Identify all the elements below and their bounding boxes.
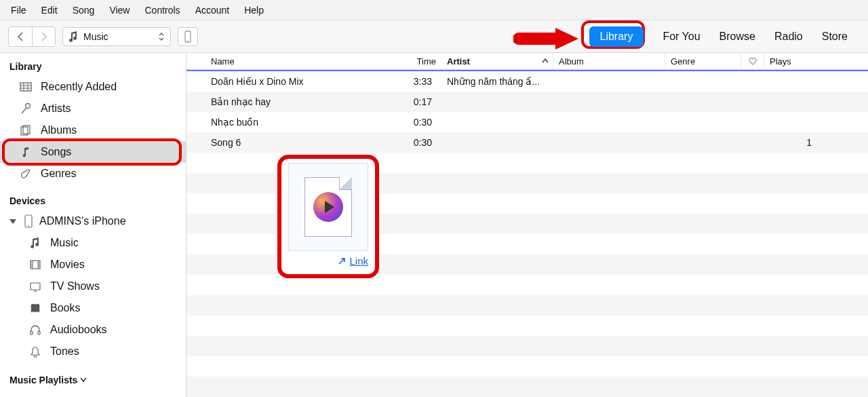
cell-time: 0:30 [394,137,441,148]
devices-header: Devices [0,191,186,210]
table-row [186,377,868,397]
albums-icon [19,124,33,136]
link-label: Link [349,255,368,267]
sidebar-item-label: Recently Added [41,81,117,93]
table-row [186,356,868,377]
menubar: File Edit Song View Controls Account Hel… [0,0,868,20]
sidebar-item-device[interactable]: ADMINS's iPhone [0,210,186,232]
cell-time: 0:30 [394,117,441,128]
sidebar-item-label: Artists [41,102,71,115]
sidebar-item-genres[interactable]: Genres [0,163,186,185]
sidebar-item-label: Genres [41,168,76,180]
table-row[interactable]: Song 60:301 [186,132,868,153]
svg-point-3 [26,104,31,109]
film-icon [28,259,42,271]
svg-point-1 [187,40,189,41]
menu-edit[interactable]: Edit [35,2,64,18]
sidebar-item-device-movies[interactable]: Movies [0,254,186,276]
drag-thumbnail[interactable]: Link [277,155,379,278]
chevron-down-icon [9,219,16,224]
sidebar-item-label: Tones [50,345,79,358]
tab-for-you[interactable]: For You [663,31,700,43]
sidebar-item-label: TV Shows [50,280,100,292]
sidebar-item-label: Movies [50,259,85,271]
media-type-selector[interactable]: Music [62,27,171,46]
menu-account[interactable]: Account [189,2,237,18]
device-button[interactable] [178,27,198,46]
col-artist[interactable]: Artist [441,53,553,69]
table-row [186,316,868,336]
book-icon [28,302,42,314]
nav-buttons [8,26,56,47]
sidebar: Library Recently Added Artists Albums So… [0,53,186,397]
svg-rect-9 [31,283,40,290]
grid-icon [19,81,33,93]
col-time[interactable]: Time [394,53,441,69]
sidebar-item-device-music[interactable]: Music [0,232,186,254]
cell-name: Bản nhạc hay [186,96,394,107]
play-orb-icon [313,192,343,222]
column-headers: Name Time Artist Album Genre Plays [186,53,868,70]
music-note-icon [68,31,78,42]
sidebar-item-artists[interactable]: Artists [0,98,186,119]
media-file-preview [288,163,368,251]
headphones-icon [28,324,42,336]
col-plays[interactable]: Plays [764,53,825,69]
menu-view[interactable]: View [102,2,136,18]
svg-point-7 [28,225,29,227]
tab-library[interactable]: Library [589,26,644,47]
sidebar-item-label: Books [50,302,80,314]
col-genre[interactable]: Genre [665,53,741,69]
sidebar-item-label: Music [50,237,79,249]
table-row [186,336,868,356]
table-row[interactable]: Nhạc buồn0:30 [186,112,868,132]
col-name[interactable]: Name [186,53,394,69]
table-row[interactable]: Doãn Hiếu x Dino Mix3:33Những năm tháng … [186,71,868,92]
sort-up-icon [542,58,549,64]
guitar-icon [19,168,33,180]
sidebar-item-device-books[interactable]: Books [0,297,186,319]
arrow-annotation [513,25,581,52]
file-page-icon [304,177,352,237]
link-badge: Link [337,255,371,267]
sidebar-item-device-tones[interactable]: Tones [0,341,186,362]
heart-icon [748,57,757,65]
col-artist-label: Artist [447,56,470,67]
back-button[interactable] [9,27,32,46]
tab-browse[interactable]: Browse [719,31,755,43]
playlists-header-label: Music Playlists [9,375,77,385]
top-tabs: Library For You Browse Radio Store [589,26,860,47]
media-type-label: Music [83,31,108,42]
sidebar-item-albums[interactable]: Albums [0,119,186,141]
svg-rect-2 [20,83,31,91]
forward-button[interactable] [32,27,55,46]
tab-store[interactable]: Store [822,31,848,43]
sidebar-item-songs[interactable]: Songs [0,141,186,163]
cell-time: 3:33 [394,76,441,87]
menu-file[interactable]: File [4,2,33,18]
sidebar-item-recently-added[interactable]: Recently Added [0,76,186,98]
menu-help[interactable]: Help [237,2,271,18]
phone-icon [184,31,191,43]
tv-icon [28,280,42,292]
library-header: Library [0,57,186,76]
sidebar-item-label: Albums [41,124,77,136]
col-album[interactable]: Album [553,53,665,69]
shortcut-arrow-icon [337,257,347,266]
tab-radio[interactable]: Radio [774,31,803,43]
sidebar-item-device-tvshows[interactable]: TV Shows [0,276,186,297]
music-playlists-header[interactable]: Music Playlists [0,371,186,390]
sidebar-item-device-audiobooks[interactable]: Audiobooks [0,319,186,341]
phone-icon [22,214,35,228]
col-love[interactable] [741,53,764,69]
musicnote-icon [28,237,42,249]
table-row[interactable]: Bản nhạc hay0:17 [186,92,868,112]
table-row [186,295,868,316]
cell-name: Nhạc buồn [186,117,394,128]
menu-song[interactable]: Song [66,2,102,18]
device-name: ADMINS's iPhone [39,215,126,227]
microphone-icon [19,102,33,115]
cell-time: 0:17 [394,96,441,107]
cell-artist: Những năm tháng ấ... [441,76,553,87]
menu-controls[interactable]: Controls [138,2,186,18]
